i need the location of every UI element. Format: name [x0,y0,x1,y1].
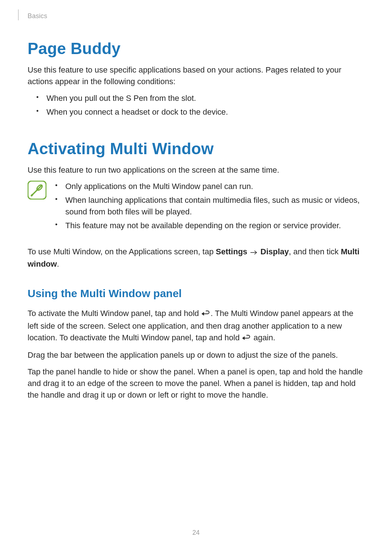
back-icon [201,309,211,320]
using-panel-p3: Tap the panel handle to hide or show the… [28,366,364,401]
page-buddy-list: When you pull out the S Pen from the slo… [28,93,364,118]
page-buddy-intro: Use this feature to use specific applica… [28,64,364,87]
heading-using-panel: Using the Multi Window panel [28,287,364,300]
text-fragment: , and then tick [289,247,341,256]
arrow-right-icon [250,247,257,258]
back-icon [242,333,251,345]
breadcrumb: Basics [28,12,364,20]
list-item: Only applications on the Multi Window pa… [55,181,364,192]
text-fragment: . [57,259,59,268]
section-spacer [28,125,364,140]
list-item: When launching applications that contain… [55,194,364,218]
multi-window-howto: To use Multi Window, on the Applications… [28,246,364,270]
heading-page-buddy: Page Buddy [28,40,364,58]
using-panel-p1: To activate the Multi Window panel, tap … [28,308,364,345]
multi-window-notes: Only applications on the Multi Window pa… [53,181,364,234]
note-icon [28,181,46,201]
page: Basics Page Buddy Use this feature to us… [0,0,392,554]
heading-multi-window: Activating Multi Window [28,140,364,158]
page-number: 24 [0,529,392,537]
list-item: When you connect a headset or dock to th… [36,106,364,118]
multi-window-intro: Use this feature to run two applications… [28,164,364,176]
breadcrumb-rule [18,9,19,20]
display-label: Display [261,247,289,256]
using-panel-p2: Drag the bar between the application pan… [28,349,364,361]
text-fragment: To use Multi Window, on the Applications… [28,247,216,256]
note-row: Only applications on the Multi Window pa… [28,181,364,241]
list-item: This feature may not be available depend… [55,220,364,231]
svg-marker-3 [201,312,204,316]
svg-marker-4 [242,336,245,340]
text-fragment: To activate the Multi Window panel, tap … [28,309,201,318]
text-fragment: again. [251,333,275,342]
settings-label: Settings [216,247,248,256]
list-item: When you pull out the S Pen from the slo… [36,93,364,104]
